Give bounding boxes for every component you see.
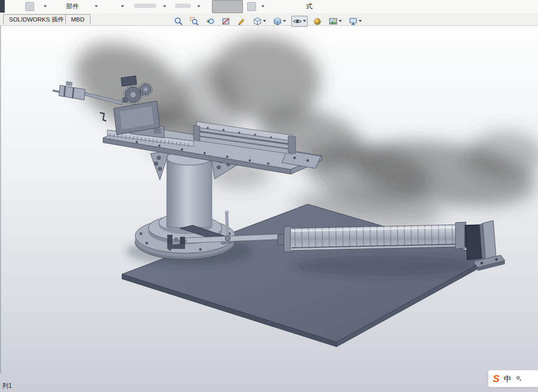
apply-scene-button[interactable] xyxy=(327,16,343,27)
zoom-to-fit-icon xyxy=(174,17,183,26)
window-left-edge xyxy=(0,13,1,374)
hide-show-items-icon xyxy=(293,17,302,26)
chevron-down-icon[interactable] xyxy=(261,5,265,7)
hide-show-items-button[interactable] xyxy=(291,16,308,27)
chevron-down-icon[interactable] xyxy=(283,20,286,22)
chevron-down-icon[interactable] xyxy=(44,5,47,7)
ribbon-bar: 部件 式 xyxy=(0,0,538,14)
chevron-down-icon[interactable] xyxy=(163,5,166,7)
previous-view-button[interactable] xyxy=(204,16,216,27)
active-ribbon-button[interactable] xyxy=(212,0,243,13)
previous-view-icon xyxy=(206,17,215,26)
truncated-button[interactable] xyxy=(175,4,191,8)
chevron-down-icon[interactable] xyxy=(263,20,266,22)
truncated-button[interactable] xyxy=(134,4,156,8)
section-view-button[interactable] xyxy=(220,16,232,27)
chevron-down-icon[interactable] xyxy=(95,5,98,7)
zoom-to-area-icon xyxy=(190,17,199,26)
ribbon-style-label[interactable]: 式 xyxy=(306,2,312,11)
graphics-viewport[interactable] xyxy=(0,0,538,392)
chevron-down-icon[interactable] xyxy=(303,20,306,22)
dynamic-annotation-icon xyxy=(237,17,246,26)
section-view-icon xyxy=(221,17,230,26)
zoom-to-area-button[interactable] xyxy=(188,16,200,27)
ribbon-component-label[interactable]: 部件 xyxy=(66,2,79,11)
heads-up-view-toolbar xyxy=(172,15,363,27)
ime-language-toggle[interactable]: 中 xyxy=(504,375,512,383)
ime-logo[interactable]: S xyxy=(493,374,500,384)
dynamic-annotation-button[interactable] xyxy=(236,16,248,27)
chevron-down-icon[interactable] xyxy=(339,20,342,22)
ime-punctuation-icon[interactable] xyxy=(516,376,522,382)
ribbon-icon[interactable] xyxy=(25,2,34,11)
chevron-down-icon[interactable] xyxy=(121,5,124,7)
apply-scene-icon xyxy=(329,17,338,26)
zoom-to-fit-button[interactable] xyxy=(172,16,185,27)
tab-solidworks-addins[interactable]: SOLIDWORKS 插件 xyxy=(3,14,69,24)
status-column-label: 列1 xyxy=(2,381,12,390)
view-orientation-button[interactable] xyxy=(251,16,268,27)
chevron-down-icon[interactable] xyxy=(359,20,362,22)
view-settings-icon xyxy=(349,17,358,26)
edit-appearance-icon xyxy=(313,17,322,26)
chevron-down-icon[interactable] xyxy=(197,5,200,7)
view-orientation-icon xyxy=(253,17,262,26)
view-settings-button[interactable] xyxy=(347,16,363,27)
edit-appearance-button[interactable] xyxy=(311,16,323,27)
ime-tray[interactable]: S 中 xyxy=(488,370,538,387)
pedestal-column[interactable] xyxy=(167,150,212,234)
display-style-icon xyxy=(273,17,282,26)
tab-mbd[interactable]: MBD xyxy=(65,14,90,24)
ribbon-icon[interactable] xyxy=(247,2,256,11)
window-corner xyxy=(0,0,5,13)
display-style-button[interactable] xyxy=(271,16,288,27)
